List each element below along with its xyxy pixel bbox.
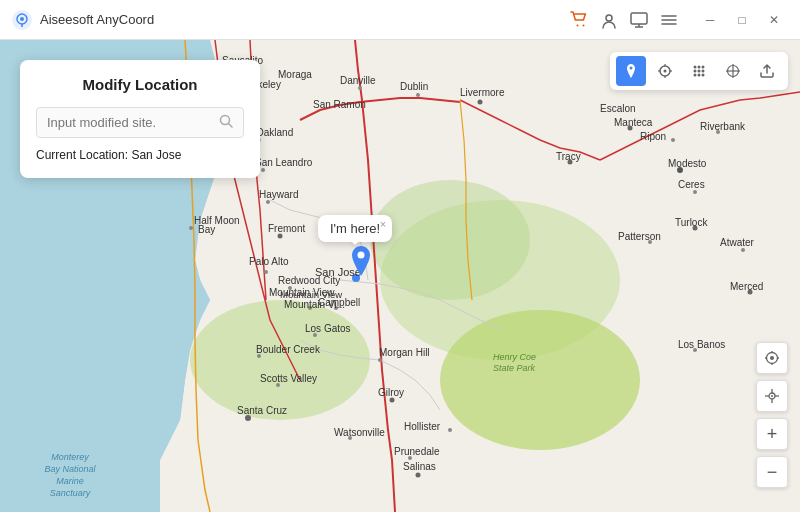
svg-text:State Park: State Park — [493, 363, 536, 373]
popup-close[interactable]: × — [380, 218, 386, 230]
svg-point-105 — [358, 252, 365, 259]
svg-text:Dublin: Dublin — [400, 81, 428, 92]
menu-icon[interactable] — [658, 9, 680, 31]
svg-point-36 — [416, 473, 421, 478]
dots-mode-button[interactable] — [684, 56, 714, 86]
svg-point-52 — [416, 93, 420, 97]
svg-text:Manteca: Manteca — [614, 117, 653, 128]
svg-text:Marine: Marine — [56, 476, 84, 486]
svg-point-32 — [390, 398, 395, 403]
svg-point-106 — [630, 67, 633, 70]
svg-text:Livermore: Livermore — [460, 87, 505, 98]
svg-text:Escalon: Escalon — [600, 103, 636, 114]
svg-point-113 — [694, 66, 697, 69]
svg-point-118 — [702, 70, 705, 73]
zoom-out-button[interactable]: − — [756, 456, 788, 488]
svg-point-33 — [378, 358, 382, 362]
svg-text:Santa Cruz: Santa Cruz — [237, 405, 287, 416]
svg-text:Hollister: Hollister — [404, 421, 441, 432]
svg-text:Modesto: Modesto — [668, 158, 707, 169]
svg-point-51 — [358, 86, 362, 90]
search-input[interactable] — [47, 115, 219, 130]
maximize-button[interactable]: □ — [728, 6, 756, 34]
svg-text:Bay National: Bay National — [44, 464, 96, 474]
target-mode-button[interactable] — [650, 56, 680, 86]
svg-text:Los Gatos: Los Gatos — [305, 323, 351, 334]
map-toolbar — [610, 52, 788, 90]
minimize-button[interactable]: ─ — [696, 6, 724, 34]
svg-point-53 — [478, 100, 483, 105]
svg-text:Bay: Bay — [198, 224, 215, 235]
svg-text:Moraga: Moraga — [278, 69, 312, 80]
toolbar-icons — [568, 9, 680, 31]
svg-point-48 — [189, 226, 193, 230]
svg-point-22 — [266, 200, 270, 204]
svg-point-17 — [440, 310, 640, 450]
app-title: Aiseesoft AnyCoord — [40, 12, 568, 27]
svg-point-4 — [583, 24, 585, 26]
svg-text:Morgan Hill: Morgan Hill — [379, 347, 430, 358]
svg-point-116 — [694, 70, 697, 73]
svg-point-3 — [577, 24, 579, 26]
svg-point-132 — [771, 395, 773, 397]
svg-point-45 — [693, 190, 697, 194]
svg-point-114 — [698, 66, 701, 69]
recenter-button[interactable] — [756, 342, 788, 374]
svg-point-43 — [671, 138, 675, 142]
svg-text:Henry Coe: Henry Coe — [493, 352, 536, 362]
cart-icon[interactable] — [568, 9, 590, 31]
svg-text:Watsonville: Watsonville — [334, 427, 385, 438]
svg-text:Scotts Valley: Scotts Valley — [260, 373, 317, 384]
pin-mode-button[interactable] — [616, 56, 646, 86]
app-icon — [12, 10, 32, 30]
svg-rect-6 — [631, 13, 647, 24]
svg-point-35 — [448, 428, 452, 432]
svg-text:Turlock: Turlock — [675, 217, 708, 228]
svg-text:Atwater: Atwater — [720, 237, 755, 248]
export-button[interactable] — [752, 56, 782, 86]
my-location-button[interactable] — [756, 380, 788, 412]
svg-text:San Leandro: San Leandro — [255, 157, 313, 168]
zoom-controls: + − — [756, 342, 788, 488]
crosshair-button[interactable] — [718, 56, 748, 86]
svg-text:Los Banos: Los Banos — [678, 339, 725, 350]
svg-text:Sanctuary: Sanctuary — [50, 488, 91, 498]
current-location: Current Location: San Jose — [36, 148, 244, 162]
svg-text:Fremont: Fremont — [268, 223, 305, 234]
svg-text:Boulder Creek: Boulder Creek — [256, 344, 321, 355]
svg-text:Salinas: Salinas — [403, 461, 436, 472]
svg-point-1 — [20, 17, 24, 21]
svg-text:Tracy: Tracy — [556, 151, 581, 162]
svg-point-16 — [370, 180, 530, 300]
im-here-popup: × I'm here! — [318, 215, 392, 242]
svg-text:Oakland: Oakland — [256, 127, 293, 138]
svg-text:Patterson: Patterson — [618, 231, 661, 242]
svg-text:Merced: Merced — [730, 281, 763, 292]
modify-location-panel: Modify Location Current Location: San Jo… — [20, 60, 260, 178]
panel-title: Modify Location — [36, 76, 244, 93]
svg-point-21 — [261, 168, 265, 172]
search-box[interactable] — [36, 107, 244, 138]
svg-point-108 — [664, 70, 667, 73]
svg-text:Palo Alto: Palo Alto — [249, 256, 289, 267]
titlebar: Aiseesoft AnyCoord — [0, 0, 800, 40]
svg-point-23 — [278, 234, 283, 239]
close-button[interactable]: ✕ — [760, 6, 788, 34]
im-here-text: I'm here! — [330, 221, 380, 236]
svg-text:Hayward: Hayward — [259, 189, 298, 200]
svg-point-24 — [264, 270, 268, 274]
svg-point-115 — [702, 66, 705, 69]
svg-point-121 — [702, 74, 705, 77]
svg-text:Ceres: Ceres — [678, 179, 705, 190]
svg-point-46 — [741, 248, 745, 252]
svg-text:Danville: Danville — [340, 75, 376, 86]
svg-text:Prunedale: Prunedale — [394, 446, 440, 457]
monitor-icon[interactable] — [628, 9, 650, 31]
profile-icon[interactable] — [598, 9, 620, 31]
svg-text:Ripon: Ripon — [640, 131, 666, 142]
search-icon[interactable] — [219, 114, 233, 131]
svg-point-120 — [698, 74, 701, 77]
svg-text:San Ramon: San Ramon — [313, 99, 366, 110]
zoom-in-button[interactable]: + — [756, 418, 788, 450]
window-controls: ─ □ ✕ — [696, 6, 788, 34]
